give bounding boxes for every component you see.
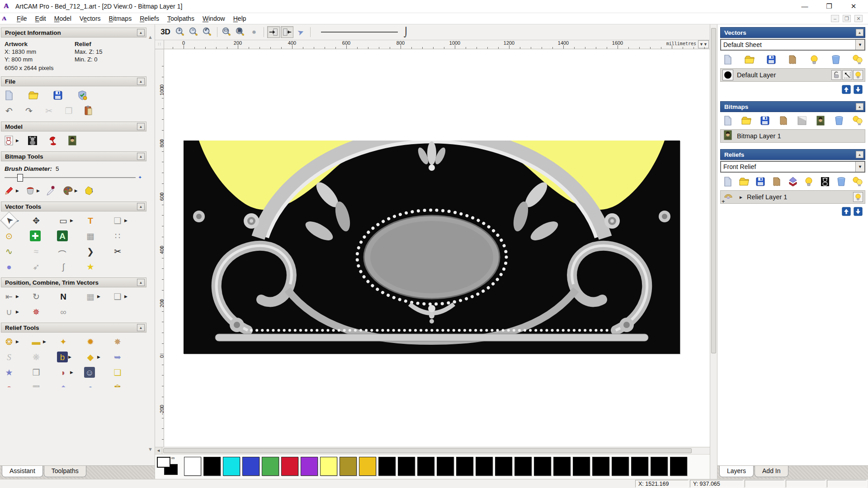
toolbar-handle[interactable]: ⌡ bbox=[403, 27, 409, 38]
unlink-vectors-icon[interactable]: ∞ bbox=[57, 305, 84, 318]
colour-swatch-4[interactable] bbox=[262, 457, 279, 476]
vertical-scrollbar[interactable] bbox=[710, 24, 717, 479]
vscroll-thumb[interactable] bbox=[711, 28, 716, 353]
chevron-down-icon[interactable]: ▼ bbox=[855, 162, 864, 172]
envelope-distort-icon[interactable]: ❏▶ bbox=[111, 214, 138, 227]
palette-icon[interactable]: ▶ bbox=[61, 184, 78, 197]
add-relief-icon[interactable]: ❂▶ bbox=[3, 335, 30, 348]
colour-swatch-20[interactable] bbox=[573, 457, 590, 476]
show-all-reliefs-icon[interactable] bbox=[852, 176, 863, 188]
colour-swatch-12[interactable] bbox=[417, 457, 434, 476]
flyout-icon[interactable]: ▶ bbox=[37, 188, 40, 193]
clear-bitmap-icon[interactable] bbox=[796, 115, 808, 127]
collapse-button[interactable]: ▲ bbox=[137, 123, 145, 130]
undo-icon[interactable]: ↶ bbox=[3, 104, 15, 117]
menu-vectors[interactable]: Vectors bbox=[75, 14, 105, 23]
create-polyline-icon[interactable]: ∿ bbox=[3, 245, 30, 258]
expand-icon[interactable]: ► bbox=[739, 195, 743, 200]
brush-diameter-slider[interactable]: ✦ bbox=[5, 173, 142, 182]
menu-help[interactable]: Help bbox=[229, 14, 250, 23]
dome-relief-icon[interactable]: ◆ bbox=[57, 381, 84, 387]
scroll-down-icon[interactable]: ▼ bbox=[148, 446, 153, 452]
bulb-icon[interactable] bbox=[853, 192, 863, 202]
bitmap-to-relief-icon[interactable] bbox=[815, 115, 826, 127]
menu-window[interactable]: Window bbox=[198, 14, 229, 23]
flower-relief-icon[interactable]: ✾ bbox=[111, 381, 138, 387]
flyout-icon[interactable]: ▶ bbox=[16, 294, 19, 299]
flyout-icon[interactable]: ▶ bbox=[16, 138, 19, 143]
collapse-button[interactable]: ▲ bbox=[856, 103, 863, 110]
star-relief-icon[interactable]: ★ bbox=[3, 366, 30, 379]
colour-swatch-15[interactable] bbox=[476, 457, 493, 476]
next-view-button[interactable] bbox=[281, 26, 293, 38]
new-model-icon[interactable] bbox=[3, 89, 15, 102]
colour-swatch-2[interactable] bbox=[223, 457, 240, 476]
text-panel-icon[interactable]: A bbox=[57, 230, 84, 241]
colour-swatch-23[interactable] bbox=[631, 457, 648, 476]
sheet-visibility-icon[interactable] bbox=[808, 54, 820, 66]
move-relief-up-button[interactable] bbox=[842, 207, 851, 218]
open-model-icon[interactable] bbox=[27, 89, 40, 102]
collapse-button[interactable]: ▲ bbox=[137, 203, 145, 210]
move-layer-down-button[interactable] bbox=[854, 85, 863, 96]
delete-relief-icon[interactable] bbox=[835, 176, 847, 188]
assistant-scrollbar[interactable]: ▲ ▼ bbox=[147, 34, 154, 452]
tab-add-in[interactable]: Add In bbox=[755, 466, 788, 477]
colour-swatch-9[interactable] bbox=[359, 457, 376, 476]
weave-relief-icon[interactable]: ❋ bbox=[30, 351, 57, 363]
trim-vectors-icon[interactable]: ✂ bbox=[111, 245, 138, 258]
pane-split-button[interactable]: ◄ bbox=[155, 447, 162, 454]
colour-swatch-7[interactable] bbox=[320, 457, 337, 476]
colour-swatch-13[interactable] bbox=[437, 457, 454, 476]
colour-swatch-25[interactable] bbox=[670, 457, 687, 476]
menu-file[interactable]: File bbox=[13, 14, 31, 23]
join-vectors-icon[interactable]: ∪▶ bbox=[3, 305, 30, 318]
horizontal-scrollbar[interactable]: ◄ bbox=[155, 447, 710, 454]
link-colours-icon[interactable]: ∞ bbox=[171, 455, 175, 460]
mdi-close-button[interactable]: ✕ bbox=[854, 15, 863, 22]
flyout-icon[interactable]: ▶ bbox=[16, 339, 19, 344]
slider-track[interactable] bbox=[5, 177, 136, 178]
colour-swatch-10[interactable] bbox=[378, 457, 396, 476]
flyout-icon[interactable]: ▶ bbox=[97, 355, 100, 359]
import-bitmap-icon[interactable] bbox=[778, 115, 789, 127]
merge-relief-icon[interactable]: ◆▶ bbox=[84, 351, 111, 363]
add-shape-icon[interactable]: ✦ bbox=[57, 335, 84, 348]
tab-layers[interactable]: Layers bbox=[719, 466, 754, 477]
delete-sheet-icon[interactable] bbox=[830, 54, 842, 66]
primary-secondary-colours[interactable]: ∞ bbox=[157, 457, 180, 476]
new-bitmap-icon[interactable] bbox=[722, 115, 734, 127]
import-sheet-icon[interactable] bbox=[787, 54, 798, 66]
lock-icon[interactable] bbox=[831, 70, 841, 80]
tab-assistant[interactable]: Assistant bbox=[2, 466, 43, 477]
colour-swatch-1[interactable] bbox=[203, 457, 221, 476]
sculpt-shape-icon[interactable]: ◗▶ bbox=[57, 366, 84, 379]
nesting-icon[interactable]: N bbox=[57, 290, 84, 303]
colour-picker-icon[interactable] bbox=[44, 184, 57, 197]
hscroll-thumb[interactable] bbox=[163, 448, 692, 453]
flyout-icon[interactable]: ▶ bbox=[68, 355, 71, 359]
flyout-icon[interactable]: ▶ bbox=[43, 339, 46, 344]
measure-icon[interactable]: ⊙ bbox=[3, 230, 30, 242]
collapse-button[interactable]: ▲ bbox=[137, 78, 145, 85]
corner-tool-icon[interactable]: ❯ bbox=[84, 245, 111, 258]
save-bitmap-icon[interactable] bbox=[759, 115, 771, 127]
move-layer-up-button[interactable] bbox=[842, 85, 851, 96]
flyout-icon[interactable]: ▶ bbox=[16, 310, 19, 314]
collapse-button[interactable]: ▲ bbox=[856, 29, 863, 36]
save-relief-icon[interactable] bbox=[755, 176, 766, 188]
relief-greyscale-icon[interactable] bbox=[819, 176, 831, 188]
relief-layer-row[interactable]: + ► Relief Layer 1 bbox=[720, 190, 865, 204]
chevron-down-icon[interactable]: ▼ bbox=[855, 40, 864, 50]
create-rectangle-icon[interactable]: ▭▶ bbox=[57, 214, 84, 227]
show-all-bitmaps-icon[interactable] bbox=[852, 115, 863, 127]
paste-icon[interactable] bbox=[82, 104, 95, 117]
subtract-shape-icon[interactable]: ✸ bbox=[111, 335, 138, 348]
flyout-icon[interactable]: ▶ bbox=[97, 294, 100, 299]
menu-model[interactable]: Model bbox=[50, 14, 75, 23]
primary-colour-swatch[interactable] bbox=[157, 457, 170, 468]
colour-swatch-19[interactable] bbox=[553, 457, 571, 476]
menu-bitmaps[interactable]: Bitmaps bbox=[105, 14, 136, 23]
vector-layer-row[interactable]: Default Layer bbox=[720, 68, 865, 82]
colour-swatch-3[interactable] bbox=[242, 457, 259, 476]
